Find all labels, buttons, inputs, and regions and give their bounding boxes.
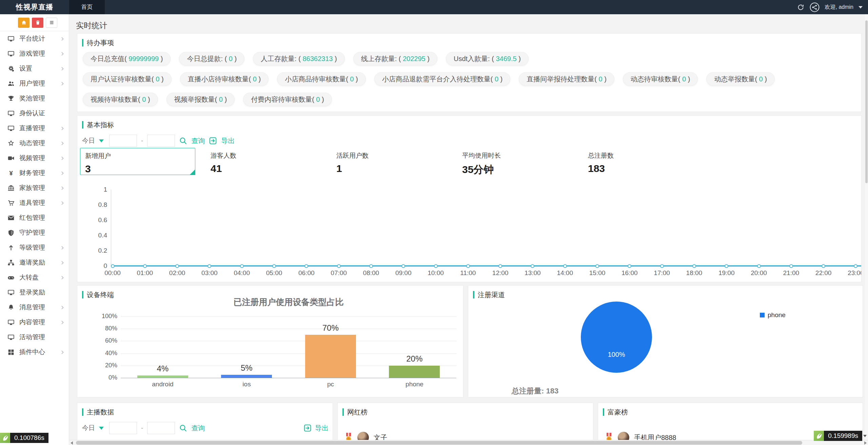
sidebar-item-game-management[interactable]: 游戏管理› bbox=[0, 46, 69, 61]
sidebar-item-props-management[interactable]: 道具管理› bbox=[0, 195, 69, 210]
tab-home[interactable]: 首页 bbox=[69, 0, 105, 14]
sidebar-item-login-rewards[interactable]: 登录奖励 bbox=[0, 285, 69, 300]
debug-trace-left[interactable]: 0.100786s bbox=[0, 433, 48, 443]
vertical-scrollbar-thumb[interactable] bbox=[865, 20, 868, 183]
export-icon[interactable] bbox=[209, 137, 217, 145]
pie-center-label: 100% bbox=[581, 351, 652, 359]
todo-pill-value: 0 bbox=[253, 75, 257, 83]
todo-pill[interactable]: 线上存款量: ( 202295 ) bbox=[353, 52, 437, 65]
todo-pill[interactable]: 用户认证待审核数量( 0 ) bbox=[83, 72, 172, 86]
sidebar-item-prize-pool[interactable]: 奖池管理 bbox=[0, 91, 69, 106]
avatar[interactable] bbox=[809, 2, 820, 13]
metrics-header: 基本指标 bbox=[82, 121, 861, 129]
date-from-input[interactable] bbox=[109, 135, 137, 147]
sidebar-item-video-management[interactable]: 视频管理› bbox=[0, 151, 69, 166]
metric-tab-2[interactable]: 活跃用户数1 bbox=[332, 148, 457, 175]
sidebar-item-identity-auth[interactable]: 身份认证 bbox=[0, 106, 69, 121]
todo-pill[interactable]: 付费内容待审核数量( 0 ) bbox=[243, 93, 332, 106]
sidebar-item-moments-management[interactable]: 动态管理› bbox=[0, 136, 69, 151]
sidebar-item-activity-management[interactable]: 活动管理 bbox=[0, 330, 69, 345]
sidebar-item-level-management[interactable]: 等级管理› bbox=[0, 240, 69, 255]
debug-trace-right[interactable]: 0.159989s bbox=[814, 431, 867, 441]
search-icon[interactable] bbox=[179, 424, 187, 432]
monitor-icon bbox=[7, 110, 15, 117]
y-axis-line bbox=[111, 190, 111, 266]
sidebar-item-settings[interactable]: 设置› bbox=[0, 61, 69, 76]
todo-pill[interactable]: 小店商品退款需平台介入待处理数量( 0 ) bbox=[374, 72, 511, 86]
refresh-icon[interactable] bbox=[797, 4, 804, 11]
metric-tab-4[interactable]: 总注册数183 bbox=[583, 148, 709, 175]
sidebar-item-family-management[interactable]: 家族管理› bbox=[0, 180, 69, 195]
home-button[interactable] bbox=[18, 18, 29, 28]
query-button[interactable]: 查询 bbox=[191, 136, 205, 146]
todo-pill[interactable]: 直播间举报待处理数量( 0 ) bbox=[519, 72, 614, 86]
sidebar-item-message-management[interactable]: 消息管理› bbox=[0, 300, 69, 315]
metric-label: 总注册数 bbox=[588, 151, 709, 160]
export-button[interactable]: 导出 bbox=[315, 424, 329, 433]
todo-pill[interactable]: 视频待审核数量( 0 ) bbox=[83, 93, 158, 106]
data-point bbox=[725, 264, 728, 268]
todo-pills: 今日总充值( 99999999 )今日总提款: ( 0 )人工存款量: ( 86… bbox=[77, 46, 861, 112]
legend-label[interactable]: phone bbox=[768, 311, 786, 319]
scroll-left-arrow[interactable] bbox=[71, 441, 73, 445]
todo-pill[interactable]: 动态举报数量( 0 ) bbox=[706, 72, 775, 86]
sidebar-item-invite-rewards[interactable]: 邀请奖励› bbox=[0, 255, 69, 270]
todo-pill[interactable]: 今日总充值( 99999999 ) bbox=[83, 52, 171, 65]
list-button[interactable] bbox=[46, 18, 57, 28]
todo-pill[interactable]: 今日总提款: ( 0 ) bbox=[179, 52, 244, 65]
caret-down-icon[interactable] bbox=[99, 139, 104, 142]
todo-pill[interactable]: 直播小店待审核数量( 0 ) bbox=[180, 72, 269, 86]
todo-pill-row: 今日总充值( 99999999 )今日总提款: ( 0 )人工存款量: ( 86… bbox=[83, 52, 855, 65]
export-icon[interactable] bbox=[303, 424, 312, 432]
todo-pill-value: 0 bbox=[156, 75, 159, 83]
list-item[interactable]: 文子 bbox=[344, 432, 387, 440]
x-axis-tick: 04:00 bbox=[228, 269, 255, 277]
range-select-label[interactable]: 今日 bbox=[82, 424, 95, 432]
gridline bbox=[121, 341, 456, 341]
thinkphp-leaf-icon bbox=[0, 433, 10, 443]
todo-pill[interactable]: Usdt入款量: ( 3469.5 ) bbox=[446, 52, 529, 65]
caret-down-icon[interactable] bbox=[863, 435, 867, 437]
scroll-right-arrow[interactable] bbox=[864, 441, 867, 445]
sidebar-item-redpacket-management[interactable]: 红包管理 bbox=[0, 210, 69, 225]
metric-tab-1[interactable]: 游客人数41 bbox=[206, 148, 332, 175]
gridline bbox=[121, 329, 456, 329]
horizontal-scrollbar[interactable] bbox=[69, 440, 868, 445]
legend-swatch[interactable] bbox=[760, 313, 765, 317]
anchor-card: 主播数据 今日 - 查询 导出 bbox=[77, 403, 333, 440]
sidebar-item-live-management[interactable]: 直播管理› bbox=[0, 121, 69, 136]
todo-pill[interactable]: 人工存款量: ( 86362313 ) bbox=[253, 52, 345, 65]
sidebar-item-platform-stats[interactable]: 平台统计› bbox=[0, 31, 69, 46]
todo-pill[interactable]: 小店商品待审核数量( 0 ) bbox=[277, 72, 366, 86]
range-select-label[interactable]: 今日 bbox=[82, 136, 95, 145]
horizontal-scrollbar-thumb[interactable] bbox=[76, 441, 802, 445]
date-from-input[interactable] bbox=[109, 422, 137, 434]
trash-button[interactable] bbox=[32, 18, 43, 28]
metric-tab-3[interactable]: 平均使用时长35分钟 bbox=[457, 148, 583, 175]
vertical-scrollbar[interactable] bbox=[865, 14, 868, 440]
chevron-right-icon: › bbox=[61, 259, 64, 266]
x-axis-tick: 07:00 bbox=[325, 269, 352, 277]
range-separator: - bbox=[141, 424, 143, 432]
sidebar-item-lucky-wheel[interactable]: 大转盘› bbox=[0, 270, 69, 285]
sidebar-item-user-management[interactable]: 用户管理› bbox=[0, 76, 69, 91]
metric-tab-0[interactable]: 新增用户3 bbox=[80, 148, 195, 175]
todo-pill[interactable]: 动态待审核数量( 0 ) bbox=[623, 72, 698, 86]
sidebar-item-content-management[interactable]: 内容管理› bbox=[0, 315, 69, 330]
sidebar-item-plugin-center[interactable]: 插件中心› bbox=[0, 345, 69, 360]
date-to-input[interactable] bbox=[147, 422, 175, 434]
query-button[interactable]: 查询 bbox=[191, 424, 205, 433]
caret-down-icon[interactable] bbox=[99, 427, 104, 430]
sidebar-item-guard-management[interactable]: 守护管理 bbox=[0, 225, 69, 240]
sidebar-item-finance-management[interactable]: ¥财务管理› bbox=[0, 166, 69, 180]
todo-pill[interactable]: 视频举报数量( 0 ) bbox=[166, 93, 235, 106]
data-point bbox=[304, 264, 308, 268]
line-chart: 10.80.60.40.2000:0001:0002:0003:0004:000… bbox=[77, 180, 861, 282]
date-to-input[interactable] bbox=[147, 135, 175, 147]
search-icon[interactable] bbox=[179, 137, 187, 145]
welcome-text[interactable]: 欢迎, admin bbox=[825, 4, 853, 11]
export-button[interactable]: 导出 bbox=[221, 136, 235, 146]
list-item[interactable]: 手机用户8888 bbox=[605, 432, 676, 440]
x-axis-tick: 21:00 bbox=[777, 269, 805, 277]
x-axis-tick: android bbox=[121, 381, 205, 388]
